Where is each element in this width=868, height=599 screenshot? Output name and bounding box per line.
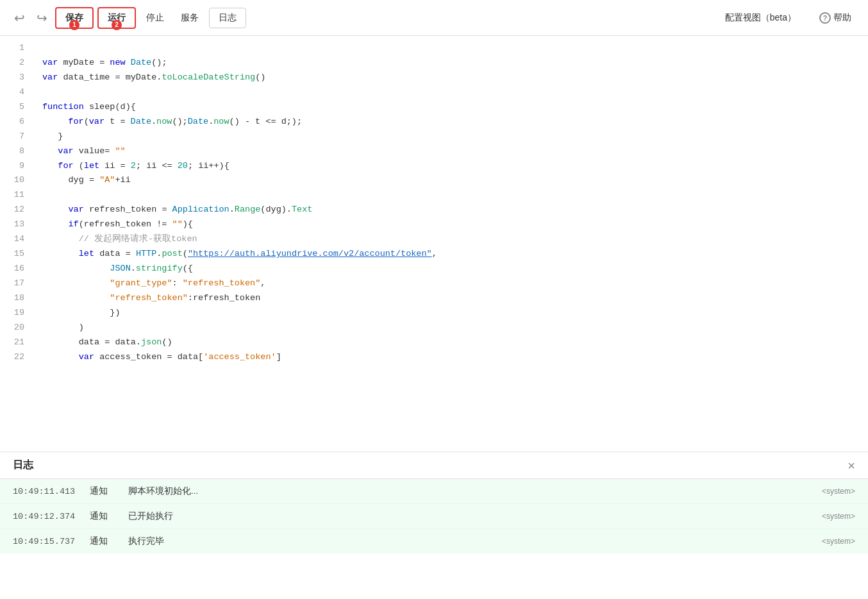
undo-button[interactable]: ↩	[10, 8, 29, 28]
log-level: 通知	[90, 536, 128, 547]
service-label: 服务	[181, 12, 199, 22]
log-message: 已开始执行	[128, 510, 822, 522]
stop-label: 停止	[146, 12, 164, 22]
code-line: })	[42, 306, 858, 321]
code-line: "grant_type": "refresh_token",	[42, 276, 858, 291]
code-line: var value= ""	[42, 144, 858, 159]
log-title: 日志	[13, 459, 33, 472]
code-line: var access_token = data['access_token']	[42, 350, 858, 365]
redo-button[interactable]: ↪	[33, 8, 51, 28]
config-view-label: 配置视图（beta）	[725, 12, 796, 22]
code-line: let data = HTTP.post("https://auth.aliyu…	[42, 247, 858, 262]
log-time: 10:49:12.374	[13, 512, 90, 521]
log-button[interactable]: 日志	[209, 8, 246, 28]
log-level: 通知	[90, 510, 128, 522]
code-line: )	[42, 321, 858, 335]
code-line: function sleep(d){	[42, 100, 858, 115]
log-level: 通知	[90, 485, 128, 497]
log-message: 脚本环境初始化...	[128, 485, 822, 497]
code-line: var refresh_token = Application.Range(dy…	[42, 203, 858, 217]
log-source: <system>	[822, 487, 855, 496]
code-line: for(var t = Date.now();Date.now() - t <=…	[42, 115, 858, 130]
code-line: JSON.stringify({	[42, 262, 858, 276]
log-message: 执行完毕	[128, 536, 822, 547]
code-line	[42, 41, 858, 56]
code-line: }	[42, 130, 858, 144]
save-badge: 1	[69, 20, 79, 30]
code-line: // 发起网络请求-获取token	[42, 232, 858, 247]
toolbar: ↩ ↪ 保存 1 运行 2 停止 服务 日志 配置视图（beta） ? 帮助	[0, 0, 868, 36]
toolbar-left: ↩ ↪ 保存 1 运行 2 停止 服务 日志	[10, 7, 714, 29]
toolbar-right: 配置视图（beta） ? 帮助	[719, 8, 858, 28]
log-close-button[interactable]: ×	[847, 459, 855, 472]
service-button[interactable]: 服务	[174, 8, 205, 28]
log-row: 10:49:15.737 通知 执行完毕 <system>	[0, 529, 868, 553]
code-line: var data_time = myDate.toLocaleDateStrin…	[42, 71, 858, 85]
log-time: 10:49:11.413	[13, 487, 90, 496]
code-line: if(refresh_token != ""){	[42, 217, 858, 232]
line-numbers: 1 2 3 4 5 6 7 8 9 10 11 12 13 14 15 16 1…	[0, 41, 32, 365]
log-row: 10:49:12.374 通知 已开始执行 <system>	[0, 504, 868, 529]
code-line: "refresh_token":refresh_token	[42, 291, 858, 306]
log-source: <system>	[822, 537, 855, 546]
run-button[interactable]: 运行 2	[97, 7, 136, 29]
code-line	[42, 188, 858, 203]
log-panel: 日志 × 10:49:11.413 通知 脚本环境初始化... <system>…	[0, 451, 868, 599]
code-line: var myDate = new Date();	[42, 56, 858, 71]
editor-area[interactable]: 1 2 3 4 5 6 7 8 9 10 11 12 13 14 15 16 1…	[0, 36, 868, 451]
log-table: 10:49:11.413 通知 脚本环境初始化... <system> 10:4…	[0, 479, 868, 599]
log-time: 10:49:15.737	[13, 537, 90, 546]
run-badge: 2	[112, 20, 122, 30]
code-line: for (let ii = 2; ii <= 20; ii++){	[42, 159, 858, 174]
code-line: dyg = "A"+ii	[42, 173, 858, 188]
code-line	[42, 85, 858, 100]
help-button[interactable]: ? 帮助	[813, 8, 858, 28]
log-header: 日志 ×	[0, 452, 868, 479]
log-label: 日志	[219, 12, 237, 22]
log-source: <system>	[822, 512, 855, 521]
code-container: 1 2 3 4 5 6 7 8 9 10 11 12 13 14 15 16 1…	[0, 36, 868, 370]
help-icon: ?	[819, 12, 831, 24]
log-row: 10:49:11.413 通知 脚本环境初始化... <system>	[0, 479, 868, 504]
code-line: data = data.json()	[42, 335, 858, 350]
code-lines: var myDate = new Date(); var data_time =…	[32, 41, 868, 365]
save-button[interactable]: 保存 1	[55, 7, 94, 29]
help-label: 帮助	[833, 12, 851, 24]
config-view-button[interactable]: 配置视图（beta）	[719, 8, 803, 28]
stop-button[interactable]: 停止	[140, 8, 171, 28]
